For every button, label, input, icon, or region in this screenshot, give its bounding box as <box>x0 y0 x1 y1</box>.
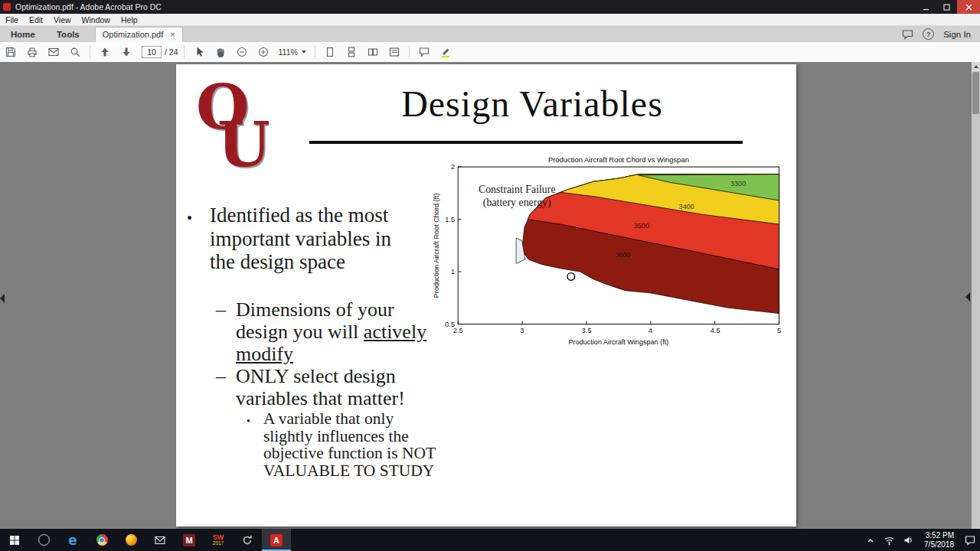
highlight-button[interactable] <box>435 42 456 62</box>
mail-taskbar-button[interactable] <box>145 529 175 551</box>
slide-title: Design Variables <box>299 83 766 125</box>
zoom-level-dropdown[interactable]: 111% <box>274 47 311 57</box>
hand-tool-button[interactable] <box>210 42 231 62</box>
close-icon <box>965 4 972 11</box>
sign-in-button[interactable]: Sign In <box>943 30 971 39</box>
collapse-left-panel-arrow[interactable] <box>0 294 5 303</box>
scroll-up-button[interactable] <box>972 62 980 71</box>
expand-tools-panel-arrow[interactable] <box>965 292 970 302</box>
window-title: Optimization.pdf - Adobe Acrobat Pro DC <box>15 2 162 11</box>
tray-expand-button[interactable] <box>861 535 880 546</box>
chrome-icon <box>96 534 108 546</box>
page-number-input[interactable]: 10 <box>142 46 162 58</box>
x-tick: 4.5 <box>710 327 720 334</box>
reading-mode-button[interactable] <box>384 42 405 62</box>
tab-tools[interactable]: Tools <box>46 28 90 42</box>
x-tick: 3.5 <box>582 327 592 334</box>
single-page-view-button[interactable] <box>319 42 341 62</box>
edge-icon: e <box>68 533 77 548</box>
acrobat-taskbar-button[interactable]: A <box>262 529 291 551</box>
reading-mode-icon <box>388 46 400 58</box>
menu-window[interactable]: Window <box>77 15 116 24</box>
tabbar-right: ? Sign In <box>902 28 980 42</box>
network-tray-button[interactable] <box>880 535 899 546</box>
x-tick: 2.5 <box>453 327 463 334</box>
menu-view[interactable]: View <box>48 15 77 24</box>
menu-edit[interactable]: Edit <box>24 15 48 24</box>
maximize-button[interactable] <box>936 0 957 14</box>
sync-app-taskbar-button[interactable] <box>233 529 262 551</box>
tab-home[interactable]: Home <box>0 28 46 42</box>
m-app-taskbar-button[interactable]: M <box>175 529 204 551</box>
print-button[interactable] <box>21 42 43 62</box>
page-down-icon <box>121 46 132 58</box>
acrobat-app-icon <box>3 3 11 11</box>
comment-button[interactable] <box>413 42 435 62</box>
scrollbar-thumb[interactable] <box>972 72 979 114</box>
find-button[interactable] <box>64 42 86 62</box>
sub-bullet-2: – ONLY select design variables that matt… <box>216 365 444 409</box>
chart-title: Production Aircraft Root Chord vs Wingsp… <box>548 155 689 164</box>
y-tick: 0.5 <box>445 321 455 328</box>
toolbar-separator <box>409 46 410 58</box>
toolbar-separator <box>315 46 315 58</box>
dash-icon: – <box>216 298 236 365</box>
taskbar-clock[interactable]: 3:52 PM 7/5/2018 <box>918 531 960 549</box>
two-page-view-button[interactable] <box>362 42 384 62</box>
x-axis-label: Production Aircraft Wingspan (ft) <box>569 338 669 346</box>
cortana-button[interactable] <box>29 529 58 551</box>
previous-page-button[interactable] <box>94 42 116 62</box>
tab-document[interactable]: Optimization.pdf × <box>95 27 183 42</box>
minimize-icon <box>923 4 929 11</box>
x-tick: 3 <box>520 327 524 334</box>
firefox-taskbar-button[interactable] <box>116 529 145 551</box>
edge-taskbar-button[interactable]: e <box>58 529 87 551</box>
chevron-up-icon <box>865 535 876 546</box>
maximize-icon <box>943 4 950 11</box>
vertical-scrollbar[interactable] <box>972 62 980 529</box>
zoom-in-icon <box>257 46 270 58</box>
cursor-icon <box>193 46 205 58</box>
save-button[interactable] <box>0 42 21 62</box>
y-tick: 2 <box>451 163 455 171</box>
title-bar: Optimization.pdf - Adobe Acrobat Pro DC <box>0 0 980 14</box>
action-center-icon <box>964 534 976 546</box>
design-point-marker <box>567 273 575 281</box>
tab-bar: Home Tools Optimization.pdf × ? Sign In <box>0 26 980 42</box>
bullet-icon: • <box>247 410 263 479</box>
acrobat-icon: A <box>270 534 283 546</box>
zoom-out-button[interactable] <box>231 42 253 62</box>
sub-sub-bullet-1: • A variable that only slightly influenc… <box>247 410 446 479</box>
ou-logo: O U <box>196 80 269 170</box>
close-tab-icon[interactable]: × <box>170 31 175 38</box>
action-center-button[interactable] <box>960 534 980 546</box>
scroll-up-icon <box>974 65 978 68</box>
x-tick: 4 <box>648 327 652 334</box>
zoom-out-icon <box>236 46 248 58</box>
volume-tray-button[interactable] <box>899 535 918 546</box>
help-icon[interactable]: ? <box>923 28 934 40</box>
scrolling-view-button[interactable] <box>341 42 362 62</box>
minimize-button[interactable] <box>916 0 936 14</box>
clock-time: 3:52 PM <box>924 531 954 540</box>
feedback-bubble-icon[interactable] <box>902 29 913 40</box>
search-icon <box>69 46 81 58</box>
dash-icon: – <box>216 365 236 409</box>
solidworks-taskbar-button[interactable]: SW 2017 <box>204 529 233 551</box>
chrome-taskbar-button[interactable] <box>87 529 116 551</box>
start-button[interactable] <box>0 529 29 551</box>
email-button[interactable] <box>43 42 64 62</box>
zoom-in-button[interactable] <box>253 42 274 62</box>
sub-bullet-2-text: ONLY select design variables that matter… <box>236 365 444 409</box>
hand-icon <box>214 46 227 58</box>
solidworks-label: SW <box>213 534 224 540</box>
menu-help[interactable]: Help <box>116 15 143 24</box>
select-tool-button[interactable] <box>188 42 210 62</box>
sub-sub-bullet-1-text: A variable that only slightly influences… <box>263 410 446 479</box>
menu-file[interactable]: File <box>0 15 24 24</box>
save-icon <box>5 46 17 58</box>
next-page-button[interactable] <box>116 42 137 62</box>
toolbar-separator <box>90 46 90 58</box>
contour-label-3300: 3300 <box>730 180 746 187</box>
close-button[interactable] <box>957 0 980 14</box>
